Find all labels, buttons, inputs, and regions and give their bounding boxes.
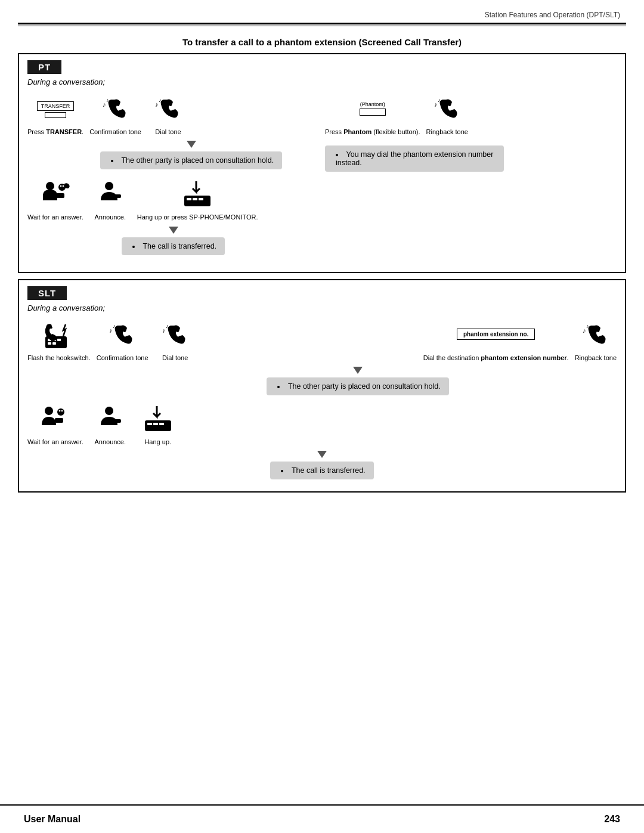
slt-wait-item: Wait for an answer. [27, 402, 83, 446]
slt-ringback-icon: ♪ ♪ [581, 318, 610, 352]
svg-text:♪: ♪ [583, 327, 586, 334]
pt-col-right: (Phantom) Press Phantom (flexible button… [325, 92, 617, 259]
transfer-key-icon: TRANSFER [37, 92, 75, 126]
page-header: Station Features and Operation (DPT/SLT) [0, 0, 644, 23]
svg-point-11 [105, 182, 113, 190]
slt-conf-tone-icon: ♪ ♪ [108, 318, 137, 352]
pt-note1-container: The other party is placed on consultatio… [63, 140, 319, 173]
slt-note1-container: The other party is placed on consultatio… [99, 366, 617, 399]
slt-note1: The other party is placed on consultatio… [267, 377, 448, 395]
pt-phantom-label: Press Phantom (flexible button). [325, 128, 420, 136]
svg-text:♪: ♪ [155, 101, 159, 108]
slt-dial-tone-item: ♪ ♪ Dial tone [154, 318, 196, 362]
pt-note3-container: The call is transferred. [27, 225, 319, 259]
slt-announce-label: Announce. [94, 438, 126, 446]
slt-announce-icon [96, 402, 125, 436]
svg-point-33 [57, 408, 64, 416]
pt-note3: The call is transferred. [122, 237, 225, 255]
svg-rect-12 [114, 194, 121, 198]
slt-wait-label: Wait for an answer. [27, 438, 83, 446]
slt-phantom-ext-icon: phantom extension no. [457, 318, 535, 352]
pt-hangup-icon [179, 178, 215, 211]
pt-note1: The other party is placed on consultatio… [100, 151, 282, 169]
pt-phantom-item: (Phantom) Press Phantom (flexible button… [325, 92, 420, 136]
pt-arrow3 [169, 227, 178, 234]
slt-hangup-label: Hang up. [144, 438, 171, 446]
pt-ringback-label: Ringback tone [426, 128, 468, 136]
slt-hangup-icon [140, 402, 176, 436]
pt-flow-container: TRANSFER Press TRANSFER. ♪ ♪ [27, 92, 617, 259]
slt-arrow1 [353, 367, 363, 374]
svg-text:♪: ♪ [109, 327, 113, 334]
svg-rect-39 [114, 419, 121, 423]
svg-rect-13 [184, 196, 210, 206]
svg-rect-43 [159, 423, 164, 425]
slt-phantom-ext-label: Dial the destination phantom extension n… [423, 354, 569, 362]
slt-label: SLT [27, 286, 67, 300]
pt-hangup-item: Hang up or press SP-PHONE/MONITOR. [137, 178, 258, 221]
slt-conf-tone-item: ♪ ♪ Confirmation tone [97, 318, 148, 362]
pt-announce-label: Announce. [94, 213, 126, 221]
pt-label: PT [27, 60, 61, 74]
slt-note2: The call is transferred. [270, 462, 373, 479]
slt-wait-icon [38, 402, 73, 436]
pt-ringback-item: ♪ ♪ Ringback tone [426, 92, 468, 136]
slt-flash-label: Flash the hookswitch. [27, 354, 91, 362]
svg-rect-15 [193, 198, 197, 200]
slt-announce-item: Announce. [89, 402, 131, 446]
pt-col-left: TRANSFER Press TRANSFER. ♪ ♪ [27, 92, 319, 259]
pt-hangup-label: Hang up or press SP-PHONE/MONITOR. [137, 213, 258, 221]
pt-wait-item: Wait for an answer. [27, 178, 83, 221]
slt-phantom-ext-key: phantom extension no. [457, 329, 535, 340]
svg-rect-22 [57, 339, 61, 341]
slt-flash-icon [42, 318, 76, 352]
pt-dial-tone-icon: ♪ ♪ [154, 92, 182, 126]
slt-note2-container: The call is transferred. [27, 450, 617, 483]
svg-text:♪: ♪ [434, 101, 438, 108]
pt-conf-tone-label: Confirmation tone [89, 128, 141, 136]
slt-hangup-item: Hang up. [137, 402, 179, 446]
top-rule [18, 23, 626, 24]
slt-ringback-label: Ringback tone [575, 354, 617, 362]
header-text: Station Features and Operation (DPT/SLT) [485, 11, 620, 19]
pt-announce-icon [96, 178, 125, 211]
footer-left: User Manual [24, 814, 80, 825]
slt-ringback-item: ♪ ♪ Ringback tone [575, 318, 617, 362]
slt-phantom-ext-item: phantom extension no. Dial the destinati… [423, 318, 569, 362]
pt-conf-tone-icon: ♪ ♪ [101, 92, 130, 126]
slt-arrow2 [317, 451, 327, 458]
pt-wait-icon [38, 178, 73, 211]
svg-rect-5 [56, 193, 64, 198]
slt-dial-tone-icon: ♪ ♪ [161, 318, 190, 352]
pt-dial-tone-item: ♪ ♪ Dial tone [147, 92, 189, 136]
pt-during-conv: During a conversation; [27, 78, 617, 86]
pt-arrow1 [187, 141, 196, 148]
pt-section: PT During a conversation; TRANSFER Press… [18, 53, 626, 273]
svg-point-31 [45, 407, 53, 415]
slt-flow-row2: Wait for an answer. Announce. [27, 402, 617, 446]
page-footer: User Manual 243 [0, 804, 644, 833]
svg-text:♪: ♪ [162, 327, 166, 334]
pt-transfer-label: Press TRANSFER. [27, 128, 83, 136]
pt-dial-tone-label: Dial tone [155, 128, 181, 136]
slt-flash-item: Flash the hookswitch. [27, 318, 91, 362]
pt-flow-row3: (Phantom) Press Phantom (flexible button… [325, 92, 617, 136]
pt-announce-item: Announce. [89, 178, 131, 221]
slt-dial-tone-label: Dial tone [162, 354, 188, 362]
svg-rect-32 [55, 418, 63, 423]
slt-during-conv: During a conversation; [27, 304, 617, 312]
pt-note2-container: You may dial the phantom extension numbe… [325, 142, 617, 175]
svg-rect-42 [153, 423, 158, 425]
pt-wait-label: Wait for an answer. [27, 213, 83, 221]
footer-right: 243 [604, 814, 620, 825]
svg-rect-16 [199, 198, 203, 200]
pt-phantom-icon: (Phantom) [360, 92, 386, 126]
svg-rect-40 [145, 420, 171, 431]
transfer-key-label: TRANSFER [37, 101, 75, 111]
svg-rect-14 [187, 198, 191, 200]
pt-flow-row1: TRANSFER Press TRANSFER. ♪ ♪ [27, 92, 319, 136]
svg-point-4 [46, 182, 54, 190]
svg-text:♪: ♪ [103, 101, 106, 108]
svg-rect-23 [48, 342, 51, 345]
slt-flow-row1: Flash the hookswitch. ♪ ♪ Confirmation t… [27, 318, 617, 362]
